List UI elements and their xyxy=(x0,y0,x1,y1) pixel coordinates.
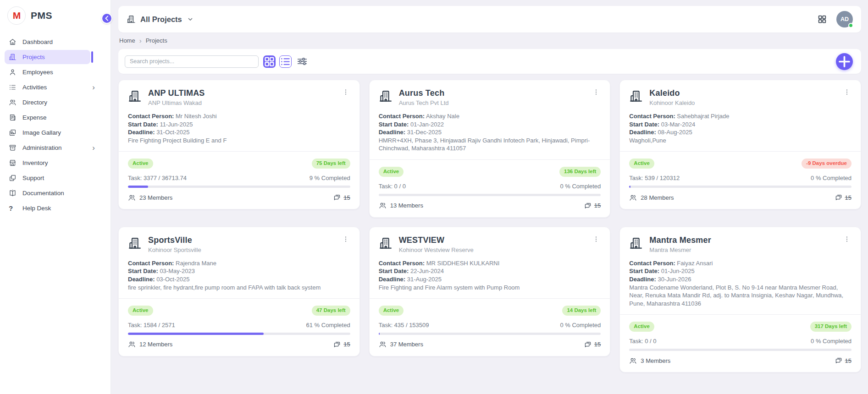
start-date-value: 11-Jun-2025 xyxy=(160,121,193,128)
card-menu-button[interactable] xyxy=(592,88,601,98)
card-menu-button[interactable] xyxy=(341,235,350,246)
apps-grid-button[interactable] xyxy=(817,14,827,24)
deadline-value: 08-Aug-2025 xyxy=(658,129,692,136)
divider xyxy=(370,298,610,299)
grid-view-button[interactable] xyxy=(263,55,276,68)
comments-count: 15 xyxy=(594,341,601,348)
sidebar-item-image-gallary[interactable]: Image Gallary xyxy=(5,126,90,140)
more-vertical-icon xyxy=(843,88,851,98)
list-icon xyxy=(9,83,17,91)
days-badge: -9 Days overdue xyxy=(802,159,851,169)
comments-link[interactable]: 15 xyxy=(333,193,350,202)
sidebar-nav: Dashboard Projects Employees Activities … xyxy=(0,31,111,215)
comments-count: 15 xyxy=(343,194,350,201)
copy-icon xyxy=(9,174,17,182)
project-subtitle: Mantra Mesmer xyxy=(649,246,836,253)
building-icon xyxy=(379,236,393,250)
project-title: Mantra Mesmer xyxy=(649,235,836,245)
chevron-down-icon xyxy=(187,16,194,23)
sidebar-item-projects[interactable]: Projects xyxy=(5,50,90,64)
chevron-left-icon xyxy=(102,14,111,23)
home-icon xyxy=(9,38,17,46)
sidebar-item-inventory[interactable]: Inventory xyxy=(5,156,90,170)
divider xyxy=(370,159,610,160)
deadline-value: 03-Oct-2025 xyxy=(156,276,189,283)
sidebar-item-support[interactable]: Support xyxy=(5,171,90,185)
project-details: Contact Person: MR SIDDHESH KULKARNI Sta… xyxy=(379,259,601,291)
sidebar-item-documentation[interactable]: Documentation xyxy=(5,186,90,200)
comments-link[interactable]: 15 xyxy=(835,356,851,365)
start-date-value: 03-May-2023 xyxy=(160,268,195,274)
project-description: HMRR+4XH, Phase 3, Hinjawadi Rajiv Gandh… xyxy=(379,137,601,153)
breadcrumb-current: Projects xyxy=(146,37,167,44)
contact-label: Contact Person: xyxy=(379,113,425,120)
divider xyxy=(119,298,359,299)
book-icon xyxy=(9,189,17,197)
completed-pct: 0 % Completed xyxy=(811,338,851,345)
contact-label: Contact Person: xyxy=(629,260,675,267)
project-scope-dropdown[interactable]: All Projects xyxy=(127,15,194,24)
add-project-button[interactable] xyxy=(836,53,853,70)
building-icon xyxy=(128,89,142,103)
breadcrumb: Home › Projects xyxy=(119,37,860,44)
grid-view-icon xyxy=(263,55,276,68)
avatar[interactable]: AD xyxy=(836,11,853,27)
logo-letter: M xyxy=(13,10,21,21)
chevron-right-icon: › xyxy=(92,83,95,91)
start-date-label: Start Date: xyxy=(379,268,409,274)
project-card[interactable]: SportsVille Kohinoor Sportsville Contact… xyxy=(118,227,360,356)
sidebar-item-directory[interactable]: Directory xyxy=(5,95,90,109)
card-menu-button[interactable] xyxy=(842,88,851,98)
project-card[interactable]: Mantra Mesmer Mantra Mesmer Contact Pers… xyxy=(619,227,861,372)
progress-bar xyxy=(379,194,601,196)
sidebar-item-employees[interactable]: Employees xyxy=(5,65,90,79)
card-menu-button[interactable] xyxy=(592,235,601,246)
list-view-button[interactable] xyxy=(279,55,292,68)
project-subtitle: Aurus Tech Pvt Ltd xyxy=(399,99,586,106)
sidebar-item-dashboard[interactable]: Dashboard xyxy=(5,35,90,49)
breadcrumb-home[interactable]: Home xyxy=(119,37,135,44)
comments-link[interactable]: 15 xyxy=(584,340,601,349)
progress-bar xyxy=(629,186,851,188)
project-card[interactable]: Kaleido Kohinoor Kaleido Contact Person:… xyxy=(619,80,861,209)
card-menu-button[interactable] xyxy=(842,235,851,246)
start-date-value: 22-Jun-2024 xyxy=(410,268,444,274)
search-input[interactable] xyxy=(125,55,259,68)
progress-bar xyxy=(379,333,601,335)
project-subtitle: Kohinoor Sportsville xyxy=(148,246,335,253)
sidebar-item-expense[interactable]: Expense xyxy=(5,110,90,125)
filter-button[interactable] xyxy=(296,55,308,67)
completed-pct: 0 % Completed xyxy=(560,322,601,328)
comments-link[interactable]: 15 xyxy=(584,202,601,210)
topbar: All Projects AD xyxy=(118,6,861,33)
comments-link[interactable]: 15 xyxy=(835,193,851,202)
project-card[interactable]: WESTVIEW Kohinoor Westview Reserve Conta… xyxy=(369,227,611,356)
app-logo[interactable]: M PMS xyxy=(0,0,111,31)
project-description: Mantra Codename Wonderland, Plot B, S. N… xyxy=(629,284,851,308)
sidebar-collapse-button[interactable] xyxy=(101,13,112,24)
start-date-label: Start Date: xyxy=(629,121,659,128)
days-badge: 14 Days left xyxy=(562,306,601,316)
building-icon xyxy=(9,53,17,61)
contact-value: Akshay Nale xyxy=(426,113,459,120)
task-count: Task: 539 / 120312 xyxy=(629,175,680,181)
sidebar-item-label: Documentation xyxy=(22,190,86,197)
progress-bar xyxy=(128,333,350,335)
sidebar-item-administration[interactable]: Administration › xyxy=(5,141,90,155)
chat-icon xyxy=(835,356,843,365)
status-badge: Active xyxy=(379,167,404,177)
sidebar-item-label: Expense xyxy=(22,114,86,121)
project-card[interactable]: ANP ULTIMAS ANP Ultimas Wakad Contact Pe… xyxy=(118,80,360,209)
sidebar-item-help-desk[interactable]: ? Help Desk xyxy=(5,201,90,215)
days-badge: 47 Days left xyxy=(312,306,350,316)
comments-link[interactable]: 15 xyxy=(333,340,350,349)
progress-fill xyxy=(379,333,380,335)
card-menu-button[interactable] xyxy=(341,88,350,98)
deadline-value: 31-Dec-2025 xyxy=(407,129,442,136)
plus-icon xyxy=(836,53,853,70)
sidebar-item-activities[interactable]: Activities › xyxy=(5,80,90,94)
project-card[interactable]: Aurus Tech Aurus Tech Pvt Ltd Contact Pe… xyxy=(369,80,611,218)
online-status-dot xyxy=(848,23,853,28)
comments-count: 15 xyxy=(845,194,851,201)
task-count: Task: 1584 / 2571 xyxy=(128,322,175,328)
